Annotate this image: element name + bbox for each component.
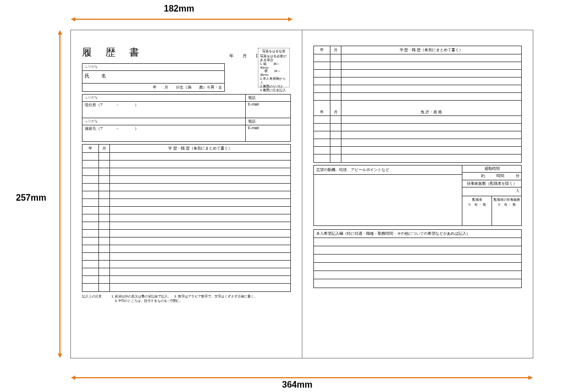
hist-col-desc: 学 歴・職 歴（各別にまとめて書く） xyxy=(110,145,290,152)
table-row xyxy=(82,245,290,253)
notes: 記入上の注意 1. 鉛筆以外の黒又は青の筆記具で記入。 2. 数字はアラビア数字… xyxy=(82,294,291,303)
table-row xyxy=(82,253,290,261)
doc-title: 履 歴 書 xyxy=(82,46,145,59)
photo-line2: 1. 縦 36～40mm xyxy=(260,62,288,70)
email-label2: E-mail xyxy=(246,125,290,141)
photo-title: 写真をはる位置 xyxy=(260,49,288,53)
hist-rows-r2 xyxy=(314,116,521,162)
table-row xyxy=(82,191,290,199)
table-row xyxy=(314,101,521,108)
phone-label2: 電話 xyxy=(246,118,290,125)
table-row xyxy=(82,184,290,191)
table-row xyxy=(314,62,521,70)
hr2-col-month: 月 xyxy=(330,108,341,115)
width-half-arrow xyxy=(71,19,292,20)
hist-col-month: 月 xyxy=(99,145,110,152)
table-row xyxy=(314,116,521,124)
table-row xyxy=(82,176,290,184)
hr1-col-desc: 学 歴・職 歴（各別にまとめて書く） xyxy=(341,46,521,54)
contact-address: 連絡先（〒 － ） xyxy=(82,125,245,141)
photo-line3: 横 24～30mm xyxy=(260,69,288,77)
table-row xyxy=(314,246,521,255)
table-row xyxy=(314,263,521,271)
photo-line4: 2.本人単身胸から上 xyxy=(260,77,288,85)
hr2-col-desc: 免 許・資 格 xyxy=(341,108,521,115)
table-row xyxy=(82,268,290,276)
table-row xyxy=(314,271,521,279)
width-full-label: 364mm xyxy=(280,379,314,390)
table-row xyxy=(314,154,521,162)
motive-body xyxy=(314,175,462,225)
spouse-label: 配偶者 xyxy=(463,197,490,202)
table-row xyxy=(82,153,290,161)
dependents-value: 人 xyxy=(462,187,521,196)
name-label: 氏 名 xyxy=(82,71,112,83)
table-row xyxy=(314,54,521,62)
page-right: 年 月 学 歴・職 歴（各別にまとめて書く） 年 月 免 許・資 格 志望の動機… xyxy=(302,30,533,358)
hr2-col-year: 年 xyxy=(314,108,330,115)
table-row xyxy=(82,168,290,176)
table-row xyxy=(314,131,521,139)
address-block: ふりがな 現住所（〒 － ） 電話 E-mail ふりがな 連絡先（〒 － ） … xyxy=(82,94,291,142)
table-row xyxy=(314,139,521,147)
table-row xyxy=(82,238,290,245)
birth-row: 年 月 日生（満 歳）※男・女 xyxy=(82,83,224,91)
personal-block: ふりがな 氏 名 年 月 日生（満 歳）※男・女 xyxy=(82,63,225,92)
width-full-arrow xyxy=(71,377,532,378)
table-row xyxy=(82,284,290,291)
table-row xyxy=(82,230,290,238)
phone-label1: 電話 xyxy=(246,95,290,101)
hist-rows-left xyxy=(82,153,290,291)
table-row xyxy=(314,238,521,246)
furigana-label: ふりがな xyxy=(82,64,100,70)
notes-label: 記入上の注意 xyxy=(82,295,102,298)
history-left: 年 月 学 歴・職 歴（各別にまとめて書く） xyxy=(82,144,291,292)
hr1-col-month: 月 xyxy=(330,46,341,54)
spouse-duty-label: 配偶者の扶養義務 xyxy=(493,197,520,202)
photo-line5: 3.裏面のりづけ xyxy=(260,85,288,89)
table-row xyxy=(314,78,521,85)
wish-block: 本人希望記入欄（特に待遇・職種・勤務時間・その他についての希望などがあれば記入） xyxy=(313,229,522,288)
hist-col-year: 年 xyxy=(82,145,99,152)
wish-rows xyxy=(314,238,521,288)
table-row xyxy=(314,124,521,131)
current-address: 現住所（〒 － ） xyxy=(82,101,245,118)
birth-line: 年 月 日生（満 歳）※男・女 xyxy=(85,85,222,90)
document-sheet: 履 歴 書 年 月 日現在 写真をはる位置 写真をはる必要がある場合 1. 縦 … xyxy=(70,30,533,358)
table-row xyxy=(82,222,290,230)
history-right-1: 年 月 学 歴・職 歴（各別にまとめて書く） 年 月 免 許・資 格 xyxy=(313,46,522,163)
height-label: 257mm xyxy=(14,192,48,203)
table-row xyxy=(314,147,521,154)
addr-furigana1: ふりがな xyxy=(82,95,245,101)
photo-placeholder: 写真をはる位置 写真をはる必要がある場合 1. 縦 36～40mm 横 24～3… xyxy=(258,48,290,87)
table-row xyxy=(314,279,521,288)
photo-line1: 写真をはる必要がある場合 xyxy=(260,54,288,62)
width-half-label: 182mm xyxy=(162,3,196,14)
height-arrow xyxy=(59,31,60,357)
table-row xyxy=(82,261,290,268)
addr-furigana2: ふりがな xyxy=(82,118,245,125)
commute-label: 通勤時間 xyxy=(462,165,521,173)
spouse-choice: ※ 有 ・ 無 xyxy=(463,202,490,207)
table-row xyxy=(314,93,521,101)
hr1-col-year: 年 xyxy=(314,46,330,54)
page-left: 履 歴 書 年 月 日現在 写真をはる位置 写真をはる必要がある場合 1. 縦 … xyxy=(71,30,302,358)
table-row xyxy=(82,161,290,168)
photo-line6: 4.裏面に氏名記入 xyxy=(260,89,288,92)
dependents-label: 扶養家族数（配偶者を除く） xyxy=(462,180,521,187)
table-row xyxy=(314,70,521,78)
hist-rows-r1 xyxy=(314,54,521,108)
notes-2: 3. ※印のところは、該当するものを○で囲む。 xyxy=(115,299,183,302)
motive-block: 志望の動機、特技、アピールポイントなど 通勤時間 約 時間 分 扶養家族数（配偶… xyxy=(313,165,522,226)
table-row xyxy=(82,214,290,222)
table-row xyxy=(82,199,290,207)
motive-head: 志望の動機、特技、アピールポイントなど xyxy=(314,165,462,175)
table-row xyxy=(82,276,290,284)
email-label1: E-mail xyxy=(246,101,290,118)
commute-value: 約 時間 分 xyxy=(462,173,521,180)
table-row xyxy=(82,207,290,214)
wish-head: 本人希望記入欄（特に待遇・職種・勤務時間・その他についての希望などがあれば記入） xyxy=(314,230,521,238)
table-row xyxy=(314,255,521,263)
notes-1: 1. 鉛筆以外の黒又は青の筆記具で記入。 2. 数字はアラビア数字で、文字はくず… xyxy=(112,295,257,298)
table-row xyxy=(314,85,521,93)
